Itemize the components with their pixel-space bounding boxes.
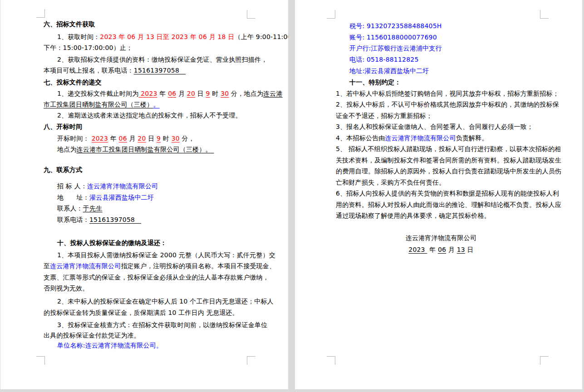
text-segment: 十、投标人投标保证金的缴纳及退还： — [57, 239, 167, 246]
section-heading: 九、联系方式 — [44, 166, 82, 174]
text-segment: 六、招标文件获取 — [44, 20, 95, 28]
text-segment: 年 — [157, 90, 168, 97]
text-line: 账号: 11560188000077690 — [349, 33, 437, 41]
text-segment: 分， — [180, 135, 195, 142]
text-line: 电话: 0518-88112825 — [349, 55, 419, 64]
text-segment: 3、投标保证金核查方式：在招标文件获取时间前，以缴纳投标保证金单位 — [57, 321, 268, 328]
text-segment: 关技术资料，及编制投标文件和签署合同所需的所有资料。投标人踏勘现场发生 — [336, 157, 561, 164]
text-segment: 账号: 11560188000077690 — [349, 34, 437, 41]
text-line: 2、未中标人的投标保证金在确定中标人后 10 个工作日内无息退还；中标人 — [57, 297, 274, 305]
margin-crop-mark — [247, 356, 255, 365]
text-line: 税号: 91320723588488405H — [349, 22, 442, 30]
section-heading: 八、开标时间 — [44, 122, 82, 131]
text-line: 单位名称:连云港宵洋物流有限公司。 — [57, 341, 162, 349]
text-segment: 日 — [195, 90, 206, 97]
text-segment: 日 — [465, 246, 474, 253]
text-segment: 1、若中标人中标后拒绝签订购销合同，视同其放弃中标权，招标方重新招标； — [336, 90, 559, 97]
text-line: 下午：15:00-17:00:00）止； — [44, 44, 133, 52]
text-line: 2023 年 06 月 13 日 — [339, 245, 544, 254]
text-line: 本项目可线上报名，联系电话：15161397058 — [44, 66, 186, 74]
text-segment: 用的资料。招标人对投标人由此而做出的推论、理解和结论概不负责。投标人应 — [336, 201, 561, 208]
text-segment: 2、投标人中标后，不认可中标价格或其他原因放弃中标权的，其缴纳的投标保 — [336, 101, 559, 108]
text-segment: 至 — [44, 262, 50, 270]
text-segment: 20 — [137, 135, 146, 142]
text-segment: 本项目可线上报名，联系电话： — [44, 67, 134, 74]
text-segment: 年 — [427, 246, 438, 253]
text-segment: 13 — [457, 246, 465, 253]
text-segment: ，地点为 — [237, 90, 263, 97]
text-segment: 月 — [127, 135, 138, 142]
text-segment: 通过现场勘察了解使用的具体要求，确定其投标价格。 — [336, 212, 491, 219]
text-segment: 2023 — [139, 90, 157, 97]
text-segment: 八、开标时间 — [44, 123, 82, 130]
text-line: 联系人：于先生 — [57, 204, 102, 212]
text-line: 1、若中标人中标后拒绝签订购销合同，视同其放弃中标权，招标方重新招标； — [336, 89, 559, 98]
text-segment: 1、递交投标文件截止时间为 — [57, 90, 139, 97]
text-segment: 连云港宵洋物流有限公司 — [385, 134, 456, 142]
text-segment: 连云港宵洋物流有限公司 — [50, 262, 121, 270]
text-line: 开标时间： 2023 年 06 月 20 日 9 时 30 分， — [57, 134, 195, 142]
section-heading: 十、投标人投标保证金的缴纳及退还： — [57, 239, 167, 247]
section-heading: 七、投标文件的递交 — [44, 78, 102, 86]
text-line: 地址:灌云县灌西盐场中二圩 — [349, 67, 429, 75]
text-segment: 月 — [446, 246, 457, 253]
text-segment: 亡和财产损失，采购方不负任何责任。 — [336, 179, 445, 186]
text-line: 1、递交投标文件截止时间为 2023 年 06 月 20 日 9 时 30 分，… — [57, 89, 283, 98]
text-segment: 负责解释。 — [456, 134, 488, 142]
text-line: 证金不予退还，招标方重新招标； — [336, 112, 432, 120]
text-line: 联系电话：15161397058 — [57, 216, 141, 224]
text-line: 地 址：灌云县灌西盐场中二圩 — [57, 193, 154, 201]
text-segment: 下午：15:00-17:00:00）止； — [44, 44, 133, 51]
text-line: 地点为连云港市工投集团日晒制盐有限公司（三楼）。 — [57, 145, 214, 153]
text-segment: 2023 年 06 月 13 日至 2023 年 06 月 18 日 — [100, 33, 234, 40]
text-segment: 20 — [187, 90, 195, 97]
margin-crop-mark — [327, 10, 335, 19]
text-segment: 出具的投标保证金付款凭证为准。 — [44, 332, 140, 339]
text-line: 出具的投标保证金付款凭证为准。 — [44, 331, 140, 339]
text-segment: 2、逾期送达或者未送达指定地点的投标文件，招标人不予受理。 — [57, 112, 242, 119]
text-line: 否则视为无效。 — [44, 284, 88, 292]
section-heading: 六、招标文件获取 — [44, 20, 95, 28]
text-segment: 否则视为无效。 — [44, 284, 88, 292]
text-segment: 的投标保证金转为质量保证金，质保期满后 10 工作日内 无息退还。 — [44, 309, 239, 316]
text-line: 招 标 人：连云港宵洋物流有限公司 — [57, 182, 158, 190]
text-segment: 开户行:江苏银行连云港浦中支行 — [349, 44, 442, 52]
text-segment: 指定账户，注明投标的项目名称。本项目不接受现金、 — [121, 262, 275, 270]
text-line: 连云港宵洋物流有限公司 — [339, 234, 544, 242]
text-segment: 开标时间： — [57, 135, 92, 142]
text-line: 亡和财产损失，采购方不负任何责任。 — [336, 178, 445, 186]
text-line: 3、投标保证金核查方式：在招标文件获取时间前，以缴纳投标保证金单位 — [57, 321, 268, 329]
text-segment: 税号: 91320723588488405H — [349, 22, 442, 29]
text-segment: 七、投标文件的递交 — [44, 78, 102, 86]
text-segment: 月 — [176, 90, 187, 97]
text-segment: 15161397058 — [134, 67, 186, 74]
text-segment: 30 — [172, 135, 180, 142]
text-segment: 支票、汇票等形式的保证金，投标保证金必须从企业的法人基本存款账户缴纳， — [44, 274, 269, 281]
text-line: 4、本招标公告由连云港宵洋物流有限公司负责解释。 — [336, 134, 488, 142]
text-segment: 九、联系方式 — [44, 166, 82, 173]
text-segment: 连云港宵洋物流有限公司 — [87, 182, 158, 190]
text-segment: 15161397058 — [89, 216, 141, 223]
text-line: 6、招标人向投标人提供的有关货物的资料和数据是招标人现有的能使投标人利 — [336, 189, 559, 197]
text-line: 的费用自理。除招标人的原因外，投标人自行负责在踏勘现场中所发生的人员伤 — [336, 167, 561, 175]
text-segment: 06 — [168, 90, 176, 97]
text-segment: 时 — [210, 90, 221, 97]
text-segment: 十一、特别约定： — [349, 78, 401, 86]
text-segment: 06 — [119, 135, 127, 142]
text-segment: 1、本项目投标人需缴纳投标保证金 2000 元整（人民币大写：贰仟元整）交 — [57, 251, 275, 259]
text-line: 的投标保证金转为质量保证金，质保期满后 10 工作日内 无息退还。 — [44, 309, 239, 317]
document-page-2[interactable]: 税号: 91320723588488405H账号: 11560188000077… — [295, 0, 582, 389]
text-segment: 9 — [206, 90, 210, 97]
text-segment: 3、报名人和投标保证金缴纳人、合同签署人、合同履行人必须一致； — [336, 123, 533, 130]
text-segment: 2023 — [92, 135, 108, 142]
text-segment: 连云港宵洋物流有限公司 — [406, 234, 476, 241]
text-line: 2、逾期送达或者未送达指定地点的投标文件，招标人不予受理。 — [57, 111, 242, 119]
text-line: 支票、汇票等形式的保证金，投标保证金必须从企业的法人基本存款账户缴纳， — [44, 273, 269, 281]
document-page-1[interactable]: 六、招标文件获取1、获取时间：2023 年 06 月 13 日至 2023 年 … — [0, 0, 288, 389]
margin-crop-mark — [247, 10, 255, 19]
text-segment: （上午 9:00-11:00， — [235, 33, 288, 40]
text-segment: 日 — [146, 135, 157, 142]
text-segment: 市工投集团日晒制盐有限公司（三楼） — [44, 101, 153, 108]
margin-crop-mark — [327, 356, 335, 365]
margin-crop-mark — [540, 356, 549, 365]
